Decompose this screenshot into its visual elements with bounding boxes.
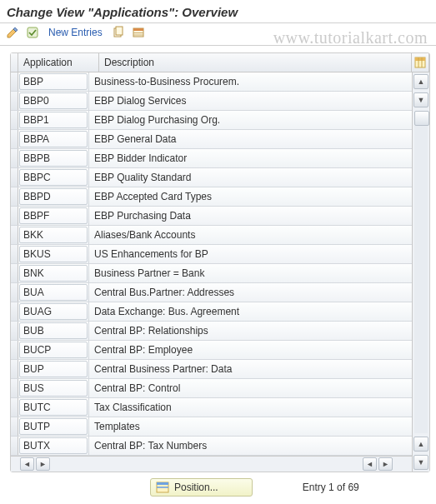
row-handle[interactable] (11, 437, 18, 455)
table-row[interactable]: Business-to-Business Procurem. (11, 72, 412, 92)
application-input[interactable] (19, 92, 88, 109)
row-handle[interactable] (11, 264, 18, 282)
delimit-icon[interactable] (131, 25, 146, 40)
table-row[interactable]: Data Exchange: Bus. Agreement (11, 302, 412, 322)
cell-application (18, 149, 89, 167)
row-handle[interactable] (11, 226, 18, 244)
row-handle[interactable] (11, 130, 18, 148)
row-handle[interactable] (11, 168, 18, 187)
application-input[interactable] (19, 399, 88, 416)
application-input[interactable] (19, 322, 88, 339)
copy-as-icon[interactable] (111, 25, 126, 40)
row-handle[interactable] (11, 417, 18, 436)
svg-rect-12 (157, 482, 168, 485)
table-row[interactable]: EBP Purchasing Data (11, 207, 412, 226)
row-handle[interactable] (11, 245, 18, 263)
cell-description: Central BP: Control (89, 379, 412, 397)
scroll-bottom-up-icon[interactable]: ▲ (413, 437, 428, 452)
vertical-scrollbar[interactable]: ▲ ▼ ▲ ▼ (412, 72, 429, 472)
application-input[interactable] (19, 169, 88, 186)
cell-application (18, 226, 89, 244)
application-input[interactable] (19, 303, 88, 320)
application-input[interactable] (19, 361, 88, 377)
scroll-left-icon[interactable]: ◄ (20, 457, 34, 471)
application-input[interactable] (19, 342, 88, 358)
scroll-down-icon[interactable]: ▼ (413, 92, 428, 107)
table-row[interactable]: EBP Dialog Services (11, 92, 412, 111)
table-settings-icon[interactable] (412, 53, 429, 72)
horizontal-scrollbar[interactable]: ◄ ► ◄ ► (11, 456, 412, 472)
row-handle[interactable] (11, 379, 18, 397)
table-row[interactable]: EBP General Data (11, 130, 412, 149)
cell-application (18, 379, 89, 397)
table-row[interactable]: EBP Accepted Card Types (11, 187, 412, 207)
table-row[interactable]: EBP Bidder Indicator (11, 149, 412, 168)
application-input[interactable] (19, 131, 88, 147)
application-input[interactable] (19, 246, 88, 262)
cell-description: US Enhancements for BP (89, 245, 412, 263)
application-input[interactable] (19, 418, 88, 435)
cell-application (18, 283, 89, 302)
cell-application (18, 341, 89, 359)
table-row[interactable]: Business Partner = Bank (11, 264, 412, 283)
scroll-track[interactable] (414, 111, 428, 433)
position-icon (156, 482, 169, 493)
column-header-description[interactable]: Description (99, 53, 412, 72)
table-row[interactable]: US Enhancements for BP (11, 245, 412, 264)
svg-rect-0 (28, 27, 38, 37)
scroll-left2-icon[interactable]: ◄ (363, 457, 377, 471)
row-handle[interactable] (11, 360, 18, 378)
application-input[interactable] (19, 73, 88, 90)
row-handle[interactable] (11, 187, 18, 206)
application-input[interactable] (19, 150, 88, 167)
row-handle[interactable] (11, 341, 18, 359)
scroll-bottom-down-icon[interactable]: ▼ (413, 455, 428, 470)
row-handle[interactable] (11, 207, 18, 225)
table-row[interactable]: Central BP: Control (11, 379, 412, 398)
application-input[interactable] (19, 284, 88, 301)
cell-description: Central Bus.Partner: Addresses (89, 283, 412, 302)
row-handle[interactable] (11, 111, 18, 129)
cell-description: EBP Dialog Purchasing Org. (89, 111, 412, 129)
scroll-right2-icon[interactable]: ► (378, 457, 393, 471)
column-header-application[interactable]: Application (18, 53, 99, 72)
row-handle[interactable] (11, 302, 18, 321)
application-input[interactable] (19, 112, 88, 128)
application-input[interactable] (19, 188, 88, 205)
table-row[interactable]: Central Bus.Partner: Addresses (11, 283, 412, 302)
cell-application (18, 111, 89, 129)
cell-description: EBP Quality Standard (89, 168, 412, 187)
table-row[interactable]: Central BP: Tax Numbers (11, 437, 412, 456)
row-handle[interactable] (11, 92, 18, 110)
row-handle[interactable] (11, 398, 18, 417)
cell-description: Central BP: Employee (89, 341, 412, 359)
row-handle[interactable] (11, 149, 18, 167)
application-input[interactable] (19, 227, 88, 243)
table-row[interactable]: Central Business Partner: Data (11, 360, 412, 379)
position-button[interactable]: Position... (150, 478, 253, 497)
row-handle[interactable] (11, 72, 18, 91)
application-input[interactable] (19, 207, 88, 224)
scroll-thumb[interactable] (414, 111, 429, 126)
table-row[interactable]: Templates (11, 417, 412, 437)
row-handle[interactable] (11, 283, 18, 302)
select-all-icon[interactable] (25, 25, 40, 40)
row-handle[interactable] (11, 322, 18, 340)
new-entries-button[interactable]: New Entries (45, 27, 106, 38)
table-row[interactable]: EBP Quality Standard (11, 168, 412, 187)
cell-application (18, 437, 89, 455)
cell-description: EBP Bidder Indicator (89, 149, 412, 167)
scroll-up-icon[interactable]: ▲ (413, 74, 428, 89)
table-row[interactable]: EBP Dialog Purchasing Org. (11, 111, 412, 130)
table-row[interactable]: Tax Classification (11, 398, 412, 417)
table-row[interactable]: Aliases/Bank Accounts (11, 226, 412, 245)
svg-rect-4 (133, 28, 143, 31)
table-row[interactable]: Central BP: Relationships (11, 322, 412, 341)
application-input[interactable] (19, 265, 88, 282)
application-input[interactable] (19, 437, 88, 454)
application-input[interactable] (19, 380, 88, 397)
table-row[interactable]: Central BP: Employee (11, 341, 412, 360)
row-selector-header[interactable] (11, 53, 18, 72)
scroll-right-icon[interactable]: ► (36, 457, 50, 471)
toggle-display-change-icon[interactable] (5, 25, 20, 40)
